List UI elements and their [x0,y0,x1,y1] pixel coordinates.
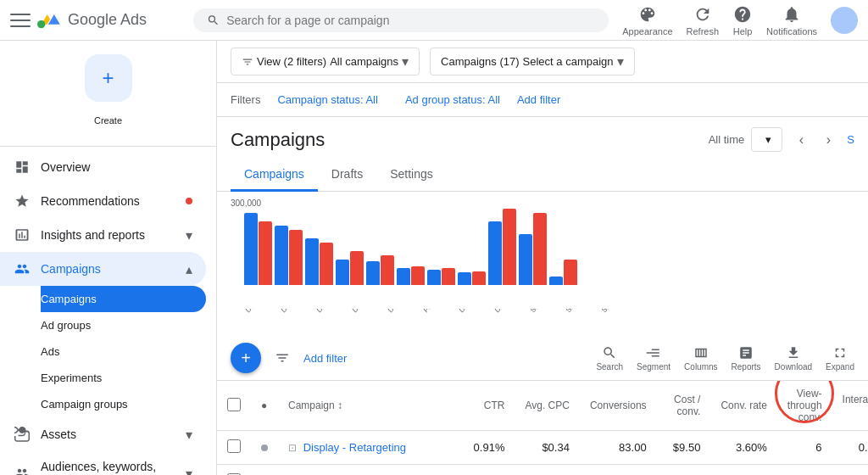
search-action-icon [602,345,617,360]
insights-chevron: ▾ [186,227,192,243]
x-label-11: Search - Secor... [600,309,626,314]
x-label-5: Display - Core Placements [387,309,413,314]
th-conv-rate[interactable]: Conv. rate [710,381,776,431]
tab-drafts[interactable]: Drafts [318,159,376,192]
create-button[interactable]: + [85,54,132,102]
bar-blue-5 [366,261,380,285]
menu-button[interactable] [10,10,31,31]
sidebar-item-assets[interactable]: Assets ▾ [0,417,206,451]
expand-icon [832,345,848,360]
app-header: Google Ads Appearance Refresh Help [0,0,868,41]
row2-ctr: 2.85% [464,465,515,476]
download-action-button[interactable]: Download [775,345,812,372]
recommendations-dot [186,198,192,204]
ad-group-status-chip[interactable]: Ad group status: All [395,90,510,109]
th-interaction-rate[interactable]: Interactionrate [832,381,868,431]
avatar[interactable] [831,7,858,34]
sidebar-item-experiments[interactable]: Experiments [41,365,206,391]
campaigns-submenu: Campaigns Ad groups Ads Experiments Camp… [0,286,216,417]
select-all-checkbox[interactable] [227,398,241,411]
header-left: Google Ads [10,8,180,32]
row1-ctr: 0.91% [464,431,515,465]
search-action-button[interactable]: Search [596,345,623,372]
overview-icon [14,159,31,176]
page-header: Campaigns All time ▾ ‹ › S [217,117,868,159]
table-row: ↗ Performance Max 2.85% $0.09 9.00 $15.4… [217,465,868,476]
chart-area: 300,000 [217,192,868,336]
view-more-button[interactable]: S [847,133,854,146]
sidebar-item-campaigns[interactable]: Campaigns [41,286,206,312]
expand-action-label: Expand [826,362,854,372]
notifications-icon [782,4,802,25]
th-cost-conv[interactable]: Cost /conv. [657,381,711,431]
th-campaign[interactable]: Campaign ↕ [278,381,464,431]
app-body: + Create Overview Recommendations [0,41,868,475]
notifications-label: Notifications [766,26,817,36]
bar-group-5 [366,255,394,285]
th-view-through[interactable]: View-throughconv. [777,381,832,431]
sidebar-item-ad-groups[interactable]: Ad groups [41,312,206,338]
table-row: ⊡ Display - Retargeting 0.91% $0.34 83.0… [217,431,868,465]
date-prev-button[interactable]: ‹ [789,128,813,152]
search-input[interactable] [226,14,595,27]
tab-campaigns[interactable]: Campaigns [231,159,318,192]
date-next-button[interactable]: › [816,128,840,152]
sidebar-item-ads[interactable]: Ads [41,338,206,365]
bar-blue-3 [305,238,319,285]
add-filter-link[interactable]: Add filter [517,93,560,106]
row1-checkbox-cell [217,431,251,465]
campaigns-parent-label: Campaigns [41,262,175,276]
appearance-button[interactable]: Appearance [622,4,672,36]
ads-label: Ads [41,345,192,358]
row1-cost-conv: $9.50 [657,431,711,465]
campaigns-sub-label: Campaigns [41,293,192,305]
row2-cost-conv: $15.46 [657,465,711,476]
sidebar-item-campaigns-parent[interactable]: Campaigns ▴ [0,252,206,286]
reports-action-label: Reports [732,362,761,372]
th-ctr[interactable]: CTR [464,381,515,431]
expand-action-button[interactable]: Expand [826,345,854,372]
bar-blue-2 [275,226,288,285]
logo-text: Google Ads [68,11,147,29]
th-conversions[interactable]: Conversions [580,381,657,431]
reports-action-button[interactable]: Reports [732,345,761,372]
bar-red-2 [289,230,303,285]
row2-interaction-rate: 2.85% [832,465,868,476]
date-range-picker[interactable]: ▾ [751,127,782,152]
overview-label: Overview [41,160,192,174]
fab-add-button[interactable]: + [231,343,261,373]
tab-settings[interactable]: Settings [376,159,447,192]
add-filter-action-label[interactable]: Add filter [303,352,347,365]
search-bar[interactable] [193,8,609,32]
action-icons-group: Search Segment Columns Reports Download [596,345,854,372]
notifications-button[interactable]: Notifications [766,4,817,36]
row1-avg-cpc: $0.34 [515,431,579,465]
assets-icon [14,426,31,443]
bar-group-3 [305,238,333,285]
sidebar-item-campaign-groups[interactable]: Campaign groups [41,391,206,417]
bar-blue-11 [549,277,563,285]
view-filter-button[interactable]: View (2 filters) All campaigns ▾ [231,48,420,75]
campaigns-filter-button[interactable]: Campaigns (17) Select a campaign ▾ [430,48,634,75]
sidebar: + Create Overview Recommendations [0,41,217,475]
row1-status-cell [251,431,278,465]
segment-action-button[interactable]: Segment [637,345,670,372]
row2-conv-rate: 0.60% [710,465,776,476]
refresh-button[interactable]: Refresh [687,4,720,36]
sidebar-item-insights[interactable]: Insights and reports ▾ [0,218,206,252]
sidebar-item-audiences[interactable]: Audiences, keywords, and content ▾ [0,451,206,475]
sidebar-item-overview[interactable]: Overview [0,150,206,184]
segment-icon [646,345,661,360]
row1-checkbox[interactable] [227,439,241,453]
bar-red-8 [472,271,486,285]
columns-action-button[interactable]: Columns [684,345,717,372]
help-button[interactable]: Help [732,4,753,36]
sidebar-item-recommendations[interactable]: Recommendations [0,184,206,218]
campaign-status-chip[interactable]: Campaign status: All [267,90,388,109]
row1-campaign-icon: ⊡ [288,442,297,454]
chart-bars [231,198,854,309]
th-avg-cpc[interactable]: Avg. CPC [515,381,579,431]
row1-campaign-link[interactable]: Display - Retargeting [303,441,406,454]
x-label-3: Display - Retargeting [315,309,342,314]
bar-red-10 [533,213,547,285]
